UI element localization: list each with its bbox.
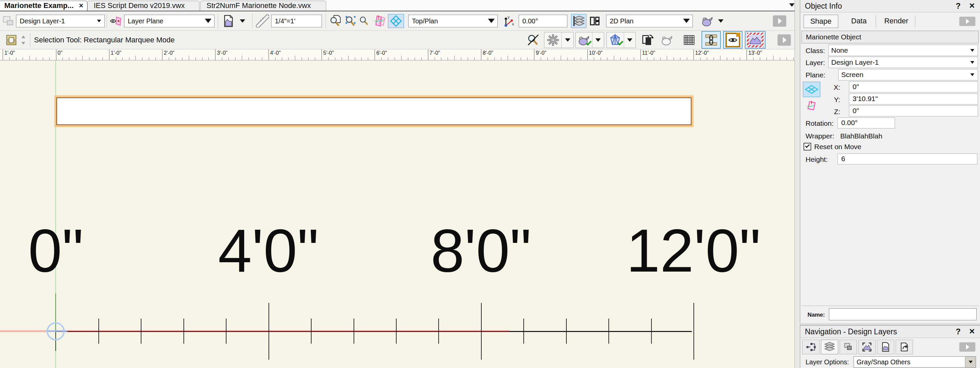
chevron-down-icon	[240, 19, 245, 23]
render-settings-button[interactable]	[700, 14, 714, 28]
gear-button[interactable]	[544, 33, 562, 47]
rotation-field[interactable]: 0.00°	[838, 118, 895, 129]
clip-cube-toggle[interactable]	[745, 31, 765, 49]
render-settings-dropdown[interactable]	[715, 14, 727, 28]
nav-tab-classes[interactable]	[802, 339, 819, 354]
layer-options-combo[interactable]: Gray/Snap Others	[854, 356, 976, 368]
ruler-major-tick	[269, 49, 269, 60]
fit-to-objects-button[interactable]	[344, 14, 358, 28]
combo-button[interactable]	[965, 357, 976, 367]
working-plane-button[interactable]	[372, 14, 387, 28]
close-icon[interactable]: ×	[969, 0, 975, 11]
navigation-titlebar[interactable]: Navigation - Design Layers ? ×	[800, 326, 980, 338]
tab-data[interactable]: Data	[845, 15, 873, 28]
nav-tab-references[interactable]	[896, 339, 913, 354]
fit-to-page-button[interactable]	[329, 14, 342, 28]
gear-dropdown[interactable]	[562, 32, 573, 48]
object-info-titlebar[interactable]: Object Info ? ×	[800, 0, 980, 12]
render-check-dropdown[interactable]	[592, 32, 604, 48]
nav-tab-sheet-layers[interactable]	[840, 339, 857, 354]
mode-spinner[interactable]	[19, 32, 27, 48]
help-icon[interactable]: ?	[956, 327, 961, 336]
x-field[interactable]: 0"	[849, 81, 978, 92]
ruler-minor-tick	[62, 57, 63, 60]
ruler-minor-tick	[421, 57, 422, 60]
selected-rectangle[interactable]	[56, 97, 692, 125]
z-field[interactable]: 0"	[849, 105, 978, 116]
tab-shape[interactable]: Shape	[803, 15, 838, 28]
drawing-scale-field[interactable]: 1/4"=1'	[271, 15, 322, 27]
ruler-minor-tick	[547, 57, 548, 60]
flip-colors-button[interactable]	[639, 32, 657, 48]
scale-bar-line-black[interactable]	[510, 331, 692, 332]
screen-plane-mode-button[interactable]	[803, 82, 820, 97]
active-layer-combo[interactable]: Design Layer-1	[16, 15, 105, 27]
tab-close-icon[interactable]: ×	[79, 2, 83, 10]
name-field[interactable]	[829, 308, 977, 320]
multiple-views-button[interactable]	[588, 14, 601, 28]
saved-views-button[interactable]	[2, 14, 15, 28]
working-plane-mode-button[interactable]	[803, 98, 820, 113]
wall-join-toggle[interactable]	[702, 31, 721, 49]
screen-plane-button[interactable]	[388, 14, 404, 28]
rotate-plan-button[interactable]: y x	[501, 14, 516, 28]
render-check-button[interactable]	[576, 33, 592, 47]
ruler-minor-tick	[660, 57, 661, 60]
page-setup-button[interactable]	[221, 14, 236, 28]
drawing-canvas[interactable]: 0"4'0"8'0"12'0"	[0, 61, 795, 368]
marquee-mode-button[interactable]	[3, 32, 19, 48]
grid-button[interactable]	[681, 32, 698, 48]
palette-overflow-button[interactable]	[959, 17, 975, 26]
plane-mode-combo[interactable]: Layer Plane	[124, 15, 215, 27]
height-field[interactable]: 6	[838, 153, 977, 164]
y-field[interactable]: 3'10.91"	[849, 93, 978, 104]
chevron-down-icon	[565, 38, 570, 42]
ruler-major-tick	[56, 49, 56, 60]
ruler-minor-tick	[627, 57, 627, 60]
palette-overflow-button[interactable]	[959, 342, 975, 352]
toolbar-overflow-button[interactable]	[773, 15, 786, 27]
zoom-button[interactable]	[358, 14, 370, 28]
layer-options-button[interactable]	[571, 14, 586, 28]
view-check-button[interactable]	[607, 33, 624, 47]
nav-tab-viewports[interactable]	[858, 339, 876, 354]
canvas-scrollbar[interactable]	[795, 0, 800, 368]
ruler-minor-tick	[295, 56, 295, 60]
tab-label: Str2NumF Marionette Node.vwx	[207, 2, 311, 10]
layer-combo[interactable]: Design Layer-1	[828, 57, 978, 68]
render-mode-combo[interactable]: 2D Plan	[606, 15, 693, 27]
chain-link-icon	[705, 33, 718, 47]
plan-rotation-field[interactable]: 0.00°	[519, 15, 567, 27]
ruler-minor-tick	[767, 57, 767, 60]
reset-on-move-checkbox[interactable]	[803, 143, 811, 150]
scale-button[interactable]	[256, 14, 269, 28]
tab-str2numf-node[interactable]: Str2NumF Marionette Node.vwx	[200, 1, 326, 11]
tab-render[interactable]: Render	[880, 15, 913, 28]
tab-ies-script-demo[interactable]: IES Script Demo v2019.vwx	[88, 1, 199, 11]
view-combo[interactable]: Top/Plan	[408, 15, 498, 27]
plane-combo[interactable]: Screen	[838, 69, 978, 80]
working-plane-eye-button[interactable]	[108, 14, 123, 28]
ruler-minor-tick	[282, 57, 282, 60]
help-icon[interactable]: ?	[956, 2, 961, 11]
modebar-overflow-button[interactable]	[778, 34, 791, 46]
scale-bar-line-red[interactable]	[56, 331, 510, 332]
nav-tab-saved-views[interactable]	[877, 339, 894, 354]
tab-list-dropdown-icon[interactable]	[789, 3, 795, 7]
scale-tick	[481, 303, 482, 360]
class-combo[interactable]: None	[828, 45, 978, 56]
nav-tab-design-layers[interactable]	[821, 339, 838, 354]
z-value: 0"	[853, 107, 859, 115]
ruler-minor-tick	[355, 57, 355, 60]
page-setup-dropdown[interactable]	[237, 14, 248, 28]
show-others-toggle[interactable]	[723, 31, 743, 49]
ruler-minor-tick	[441, 57, 441, 60]
no-snap-loupe-button[interactable]	[526, 32, 541, 48]
view-check-dropdown[interactable]	[624, 32, 635, 48]
ruler-label: 1'-0"	[111, 50, 121, 56]
ruler-label: 3'-0"	[217, 50, 228, 56]
ruler-minor-tick	[388, 57, 388, 60]
tab-marionette-examples[interactable]: Marionette Examp...×	[0, 1, 88, 11]
white-teapot-button[interactable]	[658, 32, 676, 48]
close-icon[interactable]: ×	[969, 326, 975, 337]
